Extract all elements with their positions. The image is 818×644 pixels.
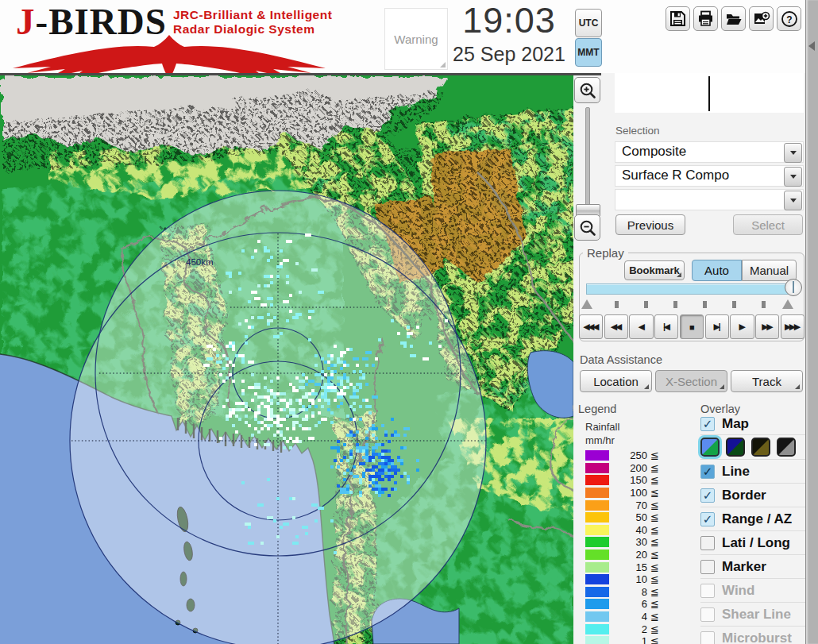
overlay-item-label: Border xyxy=(722,488,766,503)
map-style-black-gray[interactable] xyxy=(777,438,796,457)
legend-swatch xyxy=(585,611,609,622)
zoom-slider-track[interactable] xyxy=(585,107,590,206)
forward-fast-button[interactable]: ▶▶ xyxy=(755,314,779,339)
rewind-fastest-button[interactable]: ◀◀◀ xyxy=(579,314,603,339)
chevron-down-icon xyxy=(790,151,797,155)
legend-operator: ≦ xyxy=(650,462,659,474)
legend-row: 150≦ xyxy=(585,474,681,487)
snapshot-button[interactable] xyxy=(749,6,774,31)
range-ring-label: 450km xyxy=(186,257,214,267)
dropdown-arrow-button[interactable] xyxy=(784,143,802,163)
legend-operator: ≦ xyxy=(650,499,659,511)
legend-value: 2 xyxy=(617,623,647,635)
menu-corner-icon xyxy=(795,384,800,389)
legend-value: 150 xyxy=(617,474,647,486)
previous-button[interactable]: Previous xyxy=(615,214,685,235)
warning-panel[interactable]: Warning xyxy=(384,8,448,70)
overlay-item-marker[interactable]: Marker xyxy=(700,554,805,578)
dropdown-arrow-button[interactable] xyxy=(784,167,802,187)
selection-dropdown-1-value: Composite xyxy=(622,144,686,160)
legend-operator: ≦ xyxy=(650,573,659,585)
menu-corner-icon xyxy=(720,384,724,389)
rewind-fast-button[interactable]: ◀◀ xyxy=(604,314,628,339)
overlay-item-range-az[interactable]: ✓Range / AZ xyxy=(700,507,805,530)
map-style-black-olive[interactable] xyxy=(751,438,770,457)
menu-corner-icon xyxy=(644,384,649,389)
svg-text:?: ? xyxy=(786,13,792,25)
data-assistance-label: Data Assistance xyxy=(580,353,662,366)
legend-row: 1≦ xyxy=(585,635,681,644)
save-button[interactable] xyxy=(666,6,690,31)
overlay-item-line[interactable]: ✓Line xyxy=(700,459,805,483)
location-button[interactable]: Location xyxy=(580,370,652,392)
legend-row: 8≦ xyxy=(585,586,681,599)
selection-dropdown-3[interactable] xyxy=(615,189,804,210)
open-file-button[interactable] xyxy=(721,6,746,31)
legend-row: 50≦ xyxy=(585,511,681,524)
legend-value: 4 xyxy=(617,611,647,623)
overlay-item-label: Line xyxy=(722,464,750,480)
legend-swatch xyxy=(585,550,609,560)
overlay-item-border[interactable]: ✓Border xyxy=(700,483,805,507)
legend-swatch xyxy=(585,475,609,485)
zoom-out-button[interactable] xyxy=(574,214,600,241)
slider-tick xyxy=(673,301,677,308)
checkbox-checked[interactable]: ✓ xyxy=(700,512,715,526)
selection-dropdown-1[interactable]: Composite xyxy=(615,141,804,163)
selection-dropdown-2-value: Surface R Compo xyxy=(622,168,729,183)
selection-dropdown-2[interactable]: Surface R Compo xyxy=(615,165,804,187)
play-button[interactable]: ▶ xyxy=(730,314,754,339)
checkbox-checked[interactable]: ✓ xyxy=(700,417,715,431)
legend-row: 100≦ xyxy=(585,487,681,499)
legend-value: 20 xyxy=(617,549,647,561)
replay-slider-handle[interactable] xyxy=(785,279,802,296)
overlay-item-map[interactable]: ✓Map xyxy=(700,413,805,434)
overlay-item-shear-line[interactable]: Shear Line xyxy=(700,602,805,626)
overlay-item-label: Lati / Long xyxy=(722,535,790,551)
zoom-in-button[interactable] xyxy=(574,77,600,103)
replay-slider-track[interactable] xyxy=(586,283,797,295)
checkbox-checked[interactable]: ✓ xyxy=(700,488,715,503)
overlay-item-lati-long[interactable]: Lati / Long xyxy=(700,530,805,554)
text-cursor xyxy=(708,76,710,111)
product-list-box[interactable] xyxy=(615,72,804,113)
dropdown-arrow-button[interactable] xyxy=(784,191,802,210)
open-folder-icon xyxy=(725,10,743,28)
auto-mode-button[interactable]: Auto xyxy=(692,260,742,281)
print-button[interactable] xyxy=(693,6,718,31)
legend-operator: ≦ xyxy=(650,623,659,635)
track-button[interactable]: Track xyxy=(731,370,803,392)
overlay-item-label: Microburst xyxy=(722,631,792,644)
panel-collapse-strip[interactable] xyxy=(805,0,818,644)
selection-label: Selection xyxy=(615,125,660,137)
mmt-button[interactable]: MMT xyxy=(575,38,602,67)
overlay-item-microburst[interactable]: Microburst xyxy=(700,626,805,644)
legend-unit-line2: mm/hr xyxy=(585,434,615,446)
stop-button[interactable]: ■ xyxy=(680,314,704,339)
bookmark-button[interactable]: Bookmark xyxy=(624,260,685,280)
play-reverse-button[interactable]: ◀ xyxy=(629,314,653,339)
playback-controls: ◀◀◀◀◀◀|◀■▶|▶▶▶▶▶▶ xyxy=(579,314,804,339)
legend-operator: ≦ xyxy=(650,511,659,523)
radar-map[interactable]: 450km xyxy=(0,75,573,644)
checkbox-checked[interactable]: ✓ xyxy=(700,465,715,479)
manual-mode-button[interactable]: Manual xyxy=(742,260,797,281)
legend-operator: ≦ xyxy=(650,561,659,573)
forward-fastest-button[interactable]: ▶▶▶ xyxy=(781,314,804,339)
utc-button[interactable]: UTC xyxy=(575,9,602,37)
help-button[interactable]: ? xyxy=(777,6,801,31)
checkbox-unchecked[interactable] xyxy=(700,536,715,550)
checkbox-unchecked[interactable] xyxy=(700,560,715,574)
step-back-button[interactable]: |◀ xyxy=(654,314,678,339)
map-style-navy-darkgreen[interactable] xyxy=(726,438,745,457)
radar-map-canvas[interactable]: 450km xyxy=(0,75,573,644)
slider-tick xyxy=(732,301,736,308)
overlay-item-wind[interactable]: Wind xyxy=(700,578,805,602)
select-button[interactable]: Select xyxy=(733,214,803,235)
legend-row: 2≦ xyxy=(585,623,681,635)
x-section-button[interactable]: X-Section xyxy=(655,370,727,392)
map-style-blue-green[interactable] xyxy=(700,438,720,457)
legend-value: 70 xyxy=(617,499,647,511)
step-forward-button[interactable]: ▶| xyxy=(705,314,729,339)
print-icon xyxy=(697,10,714,27)
